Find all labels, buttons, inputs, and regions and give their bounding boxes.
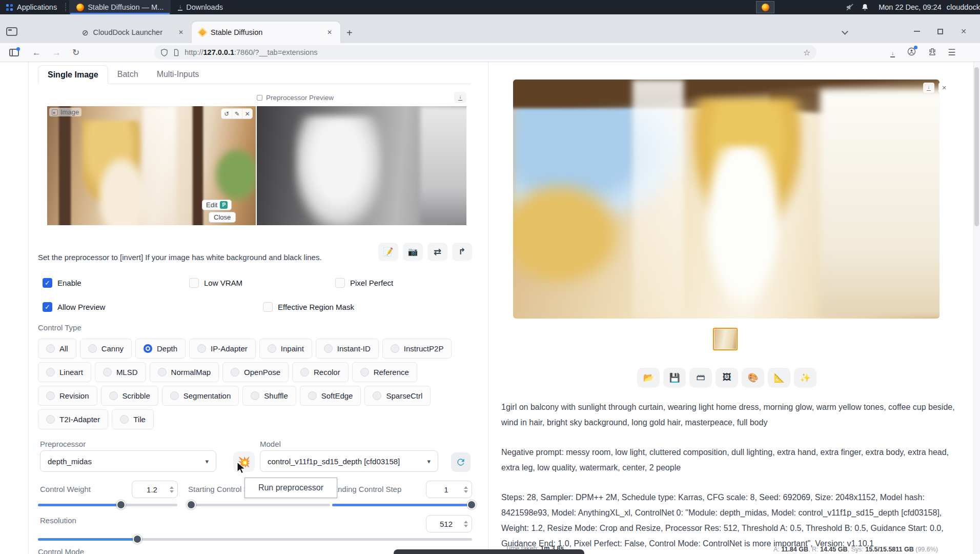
browser-scrollbar[interactable] — [973, 62, 980, 554]
control-type-all[interactable]: All — [38, 339, 76, 359]
send-to-inpaint-button[interactable]: 🎨 — [742, 368, 764, 387]
bell-icon[interactable] — [861, 4, 869, 11]
checkbox-enable[interactable]: ✓ Enable — [43, 278, 81, 288]
control-type-openpose[interactable]: OpenPose — [222, 362, 289, 382]
control-type-ip-adapter[interactable]: IP-Adapter — [189, 339, 256, 359]
sidebar-toggle-icon[interactable] — [9, 49, 19, 56]
preprocessor-dropdown[interactable]: depth_midas ▾ — [40, 450, 216, 472]
speaker-muted-icon[interactable] — [846, 3, 854, 11]
minimize-button[interactable] — [914, 31, 920, 32]
control-type-scribble[interactable]: Scribble — [101, 386, 158, 406]
url-text[interactable]: http://127.0.0.1:7860/?__tab=extensions — [185, 48, 799, 56]
stepper-icons[interactable] — [464, 521, 468, 527]
slider-handle[interactable] — [467, 500, 476, 509]
control-type-tile[interactable]: Tile — [112, 409, 154, 429]
tab-stable-diffusion[interactable]: Stable Diffusion ✕ — [192, 22, 340, 43]
shield-icon[interactable] — [160, 49, 168, 56]
new-canvas-button[interactable]: 📝 — [378, 243, 398, 261]
control-type-depth[interactable]: Depth — [135, 339, 186, 359]
edit-icon[interactable]: ✎ — [232, 109, 242, 118]
save-button[interactable]: 💾 — [663, 368, 686, 387]
control-type-revision[interactable]: Revision — [38, 386, 97, 406]
control-type-instant-id[interactable]: Instant-ID — [316, 339, 379, 359]
checkbox-pixel-perfect[interactable]: Pixel Perfect — [335, 278, 393, 288]
checkbox-allow-preview[interactable]: ✓ Allow Preview — [43, 302, 105, 312]
save-zip-button[interactable]: 🗃 — [689, 368, 712, 387]
open-folder-button[interactable]: 📂 — [637, 368, 660, 387]
download-image-icon[interactable]: ↓ — [923, 83, 934, 93]
firefox-view-icon[interactable] — [6, 27, 17, 36]
slider-handle[interactable] — [133, 535, 142, 544]
stepper-icons[interactable] — [170, 486, 174, 493]
tab-batch[interactable]: Batch — [108, 65, 148, 84]
revert-button[interactable]: ↱ — [452, 243, 472, 261]
close-tab-icon[interactable]: ✕ — [176, 28, 186, 37]
page-info-icon[interactable] — [173, 49, 180, 56]
dock-hint-bar[interactable] — [394, 549, 584, 554]
taskbar-window-downloads[interactable]: ↓ Downloads — [171, 0, 230, 14]
gallery-thumbnail[interactable] — [713, 328, 738, 350]
maximize-button[interactable] — [937, 29, 943, 34]
control-type-lineart[interactable]: Lineart — [38, 362, 91, 382]
control-type-shuffle[interactable]: Shuffle — [242, 386, 296, 406]
checkbox-effective-region-mask[interactable]: Effective Region Mask — [263, 302, 354, 312]
close-preview-button[interactable]: Close — [209, 212, 236, 223]
extensions-icon[interactable] — [928, 48, 936, 57]
starting-step-slider[interactable] — [190, 504, 330, 506]
clock[interactable]: Mon 22 Dec, 09:24 — [879, 3, 942, 11]
ending-step-slider[interactable] — [332, 504, 472, 506]
url-bar[interactable]: http://127.0.0.1:7860/?__tab=extensions … — [154, 45, 816, 60]
tab-list-chevron-icon[interactable] — [842, 28, 848, 35]
tab-multi-inputs[interactable]: Multi-Inputs — [148, 65, 209, 84]
control-type-reference[interactable]: Reference — [352, 362, 417, 382]
edit-preview-button[interactable]: Edit P — [202, 200, 232, 210]
applications-menu[interactable]: Applications — [0, 0, 63, 14]
control-type-normalmap[interactable]: NormalMap — [150, 362, 219, 382]
tab-single-image[interactable]: Single Image — [38, 65, 108, 84]
downloads-icon[interactable]: ↓ — [890, 48, 895, 57]
preprocessor-preview-image[interactable] — [257, 106, 466, 225]
control-type-instructp2p[interactable]: InstructP2P — [382, 339, 452, 359]
ending-control-step-input[interactable]: 1 — [426, 481, 472, 498]
control-weight-slider[interactable] — [38, 504, 177, 506]
reload-button[interactable]: ↻ — [72, 48, 79, 57]
send-to-img2img-button[interactable]: 🖼 — [716, 368, 738, 387]
forward-button[interactable]: → — [52, 48, 61, 57]
scrollbar-thumb[interactable] — [974, 67, 979, 226]
resolution-input[interactable]: 512 — [426, 515, 472, 532]
new-tab-button[interactable]: + — [340, 27, 359, 39]
bookmark-star-icon[interactable]: ☆ — [803, 48, 810, 57]
generated-image[interactable] — [513, 80, 940, 319]
control-type-softedge[interactable]: SoftEdge — [300, 386, 361, 406]
control-type-inpaint[interactable]: Inpaint — [259, 339, 312, 359]
clear-image-icon[interactable]: ✕ — [242, 109, 252, 118]
checkbox-low-vram[interactable]: Low VRAM — [189, 278, 242, 288]
taskbar-window-stable-diffusion[interactable]: Stable Diffusion — M... — [69, 0, 171, 14]
webcam-button[interactable]: 📷 — [403, 243, 423, 261]
resolution-slider[interactable] — [38, 538, 472, 541]
back-button[interactable]: ← — [32, 48, 41, 57]
model-dropdown[interactable]: control_v11f1p_sd15_depth [cfd03158] ▾ — [260, 450, 438, 472]
mirror-webcam-button[interactable]: ⇄ — [427, 243, 447, 261]
stepper-icons[interactable] — [464, 486, 468, 493]
control-type-canny[interactable]: Canny — [80, 339, 132, 359]
control-type-t2i-adapter[interactable]: T2I-Adapter — [38, 409, 108, 429]
control-type-mlsd[interactable]: MLSD — [95, 362, 146, 382]
close-tab-icon[interactable]: ✕ — [325, 28, 334, 37]
close-image-icon[interactable]: ✕ — [938, 83, 950, 93]
firefox-tray-button[interactable] — [756, 1, 774, 13]
control-type-sparsectrl[interactable]: SparseCtrl — [364, 386, 431, 406]
download-preview-button[interactable]: ↓ — [454, 92, 466, 103]
close-window-button[interactable]: ✕ — [961, 28, 967, 35]
menu-icon[interactable]: ☰ — [948, 48, 955, 57]
tab-clouddock-launcher[interactable]: ⊘ CloudDock Launcher ✕ — [75, 22, 192, 43]
undo-icon[interactable]: ↺ — [221, 109, 232, 118]
slider-handle[interactable] — [116, 500, 126, 509]
send-to-extras-button[interactable]: 📐 — [768, 368, 790, 387]
upscale-button[interactable]: ✨ — [794, 368, 816, 387]
control-type-recolor[interactable]: Recolor — [292, 362, 349, 382]
session-label[interactable]: clouddock — [947, 3, 980, 11]
account-icon[interactable] — [907, 47, 916, 57]
slider-handle[interactable] — [187, 500, 196, 509]
control-type-segmentation[interactable]: Segmentation — [162, 386, 239, 406]
